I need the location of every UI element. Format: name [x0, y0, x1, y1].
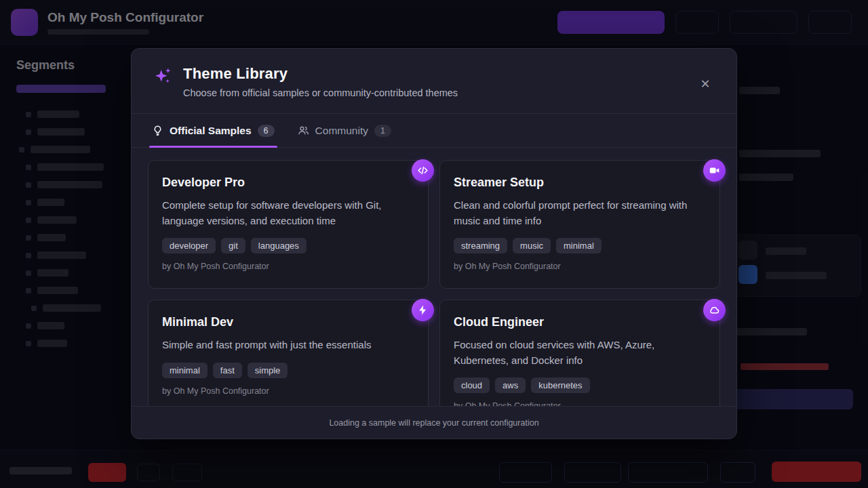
- modal-footer: Loading a sample will replace your curre…: [132, 406, 736, 439]
- tag: git: [221, 238, 245, 253]
- lightbulb-icon: [152, 125, 163, 136]
- tab-community[interactable]: Community 1: [298, 114, 391, 147]
- tab-official-samples[interactable]: Official Samples 6: [152, 114, 275, 147]
- tab-count-badge: 1: [374, 125, 391, 137]
- modal-title-block: Theme Library Choose from official sampl…: [183, 65, 458, 98]
- tag: simple: [248, 363, 288, 378]
- video-icon: [703, 159, 726, 182]
- modal-header: Theme Library Choose from official sampl…: [132, 49, 736, 114]
- tag: cloud: [454, 378, 490, 393]
- theme-description: Focused on cloud services with AWS, Azur…: [454, 338, 706, 368]
- tag: languages: [251, 238, 307, 253]
- tag: music: [513, 238, 551, 253]
- close-icon[interactable]: ✕: [697, 76, 713, 92]
- theme-grid: Developer Pro Complete setup for softwar…: [132, 148, 736, 406]
- people-icon: [298, 125, 309, 136]
- tag: minimal: [556, 238, 601, 253]
- tab-count-badge: 6: [258, 125, 275, 137]
- theme-author: by Oh My Posh Configurator: [454, 401, 706, 406]
- tag: aws: [495, 378, 526, 393]
- theme-tags: streaming music minimal: [454, 238, 706, 253]
- bolt-icon: [412, 299, 434, 321]
- theme-card-developer-pro[interactable]: Developer Pro Complete setup for softwar…: [148, 160, 429, 289]
- theme-description: Complete setup for software developers w…: [162, 198, 414, 228]
- tag: developer: [162, 238, 216, 253]
- cloud-icon: [703, 299, 726, 321]
- tab-label: Community: [315, 125, 368, 137]
- tab-label: Official Samples: [170, 125, 252, 137]
- theme-name: Minimal Dev: [162, 315, 414, 329]
- theme-description: Simple and fast prompt with just the ess…: [162, 338, 414, 353]
- modal-tabs: Official Samples 6 Community 1: [132, 114, 736, 148]
- tag: minimal: [162, 363, 208, 378]
- theme-name: Streamer Setup: [454, 176, 706, 190]
- tag: fast: [213, 363, 242, 378]
- theme-tags: developer git languages: [162, 238, 414, 253]
- modal-title: Theme Library: [183, 65, 458, 83]
- code-icon: [412, 159, 434, 182]
- tag: streaming: [454, 238, 507, 253]
- theme-library-modal: Theme Library Choose from official sampl…: [131, 48, 737, 439]
- theme-author: by Oh My Posh Configurator: [454, 262, 706, 271]
- modal-subtitle: Choose from official samples or communit…: [183, 87, 458, 98]
- theme-name: Cloud Engineer: [454, 315, 706, 329]
- theme-name: Developer Pro: [162, 176, 414, 190]
- theme-author: by Oh My Posh Configurator: [162, 386, 414, 396]
- tag: kubernetes: [531, 378, 589, 393]
- theme-card-cloud-engineer[interactable]: Cloud Engineer Focused on cloud services…: [439, 300, 720, 406]
- sparkles-icon: [152, 66, 172, 87]
- theme-author: by Oh My Posh Configurator: [162, 262, 414, 271]
- theme-tags: cloud aws kubernetes: [454, 378, 706, 393]
- theme-card-streamer-setup[interactable]: Streamer Setup Clean and colorful prompt…: [439, 160, 720, 289]
- theme-tags: minimal fast simple: [162, 363, 414, 378]
- theme-description: Clean and colorful prompt perfect for st…: [454, 198, 706, 228]
- footer-note: Loading a sample will replace your curre…: [329, 418, 538, 428]
- theme-card-minimal-dev[interactable]: Minimal Dev Simple and fast prompt with …: [148, 300, 429, 406]
